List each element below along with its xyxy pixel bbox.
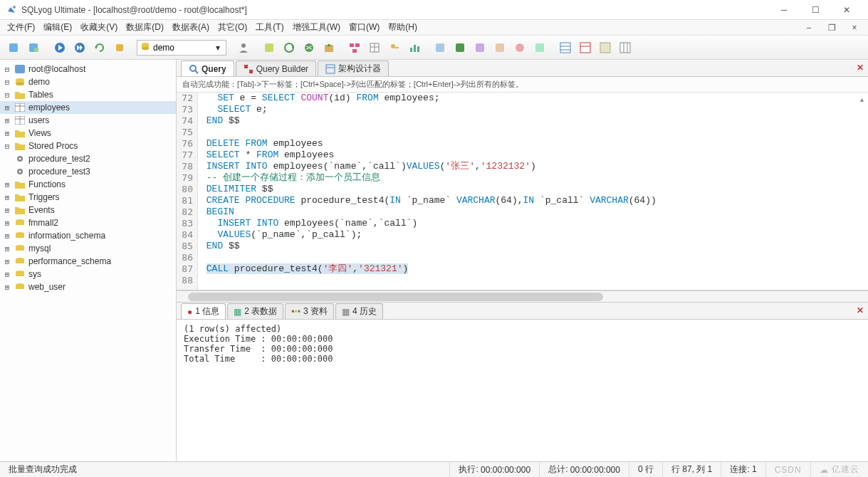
expand-icon[interactable]: ⊞: [3, 180, 11, 189]
tab-query-builder[interactable]: Query Builder: [236, 61, 316, 76]
expand-icon[interactable]: ⊞: [3, 206, 11, 215]
status-cursor: 行 87, 列 1: [663, 462, 721, 477]
grid-icon: ▦: [342, 307, 350, 317]
tree-db-web-user[interactable]: ⊞web_user: [0, 281, 176, 293]
expand-icon[interactable]: ⊟: [3, 142, 11, 151]
tree-db-fmmall2[interactable]: ⊞fmmall2: [0, 216, 176, 229]
scrollbar-thumb[interactable]: [188, 293, 603, 301]
sql-editor[interactable]: SET e = SELECT COUNT(id) FROM employees;…: [198, 93, 868, 290]
mdi-restore-button[interactable]: ❐: [825, 22, 838, 33]
run-all-button[interactable]: [71, 39, 88, 56]
expand-icon[interactable]: ⊟: [3, 65, 11, 74]
expand-icon[interactable]: ⊟: [3, 78, 11, 87]
tool-5-button[interactable]: [511, 39, 528, 56]
chart-button[interactable]: [406, 39, 423, 56]
maximize-button[interactable]: ☐: [800, 0, 831, 20]
menu-window[interactable]: 窗口(W): [349, 21, 380, 33]
expand-icon[interactable]: ⊟: [3, 90, 11, 100]
scroll-up-icon[interactable]: ▴: [857, 95, 867, 103]
expand-icon[interactable]: ⊞: [3, 244, 11, 253]
tables-button[interactable]: [366, 39, 383, 56]
menu-help[interactable]: 帮助(H): [388, 21, 417, 33]
new-connection2-button[interactable]: [26, 39, 43, 56]
run-button[interactable]: [51, 39, 68, 56]
stop-button[interactable]: [111, 39, 128, 56]
export-button[interactable]: [320, 39, 338, 56]
sync-button[interactable]: [281, 39, 298, 56]
tree-db-information-schema[interactable]: ⊞information_schema: [0, 229, 176, 242]
tree-table-employees[interactable]: ⊞ employees: [0, 101, 176, 114]
mdi-close-button[interactable]: ×: [848, 22, 861, 33]
menu-fav[interactable]: 收藏夹(V): [80, 21, 117, 33]
svg-rect-31: [417, 46, 419, 52]
refresh-button[interactable]: [91, 39, 108, 56]
minimize-button[interactable]: ─: [768, 0, 800, 20]
tree-proc-test2[interactable]: procedure_test2: [0, 152, 176, 165]
tree-folder-storedprocs[interactable]: ⊟ Stored Procs: [0, 140, 176, 152]
menu-tool[interactable]: 工具(T): [256, 21, 283, 33]
chevron-down-icon[interactable]: ▾: [213, 43, 223, 53]
tree-db-mysql[interactable]: ⊞mysql: [0, 242, 176, 255]
tool-4-button[interactable]: [491, 39, 508, 56]
tool-6-button[interactable]: [531, 39, 548, 56]
close-button[interactable]: ✕: [831, 0, 862, 20]
world-button[interactable]: [300, 39, 318, 56]
gear-icon: [14, 154, 26, 164]
close-icon[interactable]: ✕: [857, 305, 864, 315]
tab-schema-designer[interactable]: 架构设计器: [318, 61, 389, 76]
tab-tabledata[interactable]: ▦ 2 表数据: [227, 303, 283, 319]
tree-proc-test3[interactable]: procedure_test3: [0, 165, 176, 178]
svg-point-13: [142, 47, 149, 50]
tree-folder-tables[interactable]: ⊟ Tables: [0, 88, 176, 101]
key-button[interactable]: [386, 39, 403, 56]
tab-info[interactable]: ● 1 信息: [181, 303, 226, 319]
grid-2-button[interactable]: [577, 39, 594, 56]
new-connection-button[interactable]: [6, 39, 23, 56]
grid-3-button[interactable]: [597, 39, 614, 56]
tree-db-demo[interactable]: ⊟ demo: [0, 75, 176, 88]
close-icon[interactable]: ✕: [857, 63, 864, 73]
tab-history[interactable]: ▦ 4 历史: [335, 303, 383, 319]
tree-table-users[interactable]: ⊞ users: [0, 114, 176, 127]
expand-icon[interactable]: ⊞: [3, 283, 11, 292]
tree-folder-functions[interactable]: ⊞ Functions: [0, 178, 176, 191]
tree-db-sys[interactable]: ⊞sys: [0, 268, 176, 281]
menu-edit[interactable]: 编辑(E): [43, 21, 72, 33]
horizontal-scrollbar[interactable]: [177, 290, 868, 302]
expand-icon[interactable]: ⊞: [3, 129, 11, 138]
tree-connection[interactable]: ⊟ root@localhost: [0, 63, 176, 75]
schema-button[interactable]: [346, 39, 363, 56]
tool-1-button[interactable]: [432, 39, 449, 56]
menu-file[interactable]: 文件(F): [7, 21, 35, 33]
tab-data[interactable]: ••• 3 资料: [285, 303, 334, 319]
tree-label: Triggers: [28, 192, 60, 202]
message-pane[interactable]: (1 row(s) affected) Execution Time : 00:…: [177, 320, 868, 461]
tree-folder-triggers[interactable]: ⊞ Triggers: [0, 191, 176, 204]
expand-icon[interactable]: ⊞: [3, 103, 11, 112]
menu-database[interactable]: 数据库(D): [126, 21, 164, 33]
tree-db-performance-schema[interactable]: ⊞performance_schema: [0, 255, 176, 268]
database-selector-input[interactable]: [153, 43, 210, 53]
grid-1-button[interactable]: [557, 39, 574, 56]
expand-icon[interactable]: ⊞: [3, 231, 11, 241]
folder-icon: [14, 205, 26, 215]
object-tree[interactable]: ⊟ root@localhost ⊟ demo ⊟ Tables ⊞ emplo…: [0, 60, 177, 461]
database-selector[interactable]: ▾: [137, 40, 226, 56]
tool-3-button[interactable]: [471, 39, 488, 56]
expand-icon[interactable]: ⊞: [3, 257, 11, 266]
tool-a-button[interactable]: [261, 39, 278, 56]
expand-icon[interactable]: ⊞: [3, 116, 11, 125]
tree-folder-events[interactable]: ⊞ Events: [0, 204, 176, 216]
expand-icon[interactable]: ⊞: [3, 270, 11, 279]
tab-query[interactable]: Query: [181, 61, 234, 76]
mdi-minimize-button[interactable]: –: [802, 22, 815, 33]
menu-table[interactable]: 数据表(A): [172, 21, 209, 33]
expand-icon[interactable]: ⊞: [3, 219, 11, 228]
tree-folder-views[interactable]: ⊞ Views: [0, 127, 176, 140]
expand-icon[interactable]: ⊞: [3, 193, 11, 202]
tool-2-button[interactable]: [451, 39, 469, 56]
user-button[interactable]: [235, 39, 252, 56]
menu-enhance[interactable]: 增强工具(W): [293, 21, 340, 33]
grid-4-button[interactable]: [617, 39, 634, 56]
menu-other[interactable]: 其它(O): [218, 21, 247, 33]
